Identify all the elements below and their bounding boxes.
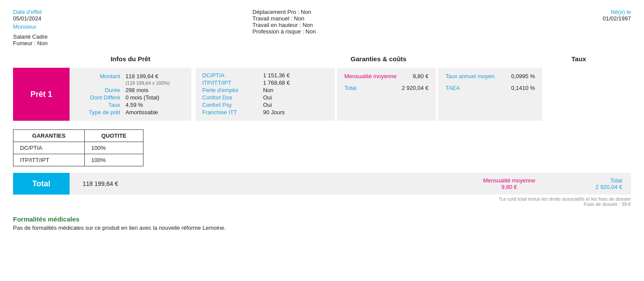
garantie-value: 1 768,68 € xyxy=(263,79,298,86)
footnote-line1: *Le coût total inclus les droits associa… xyxy=(13,196,631,202)
garanties-left: DC/PTIAITP/ITT/IPTPerte d'emploiConfort … xyxy=(202,72,263,116)
gq-quotite-cell: 100% xyxy=(84,154,143,166)
infos-pret-table: Montant 118 199,64 € (118 199,64 x 100%)… xyxy=(78,72,183,116)
nee-le-label: Né(e) le xyxy=(544,9,631,15)
travail-hauteur: Travail en hauteur : Non xyxy=(253,22,374,28)
duree-label: Durée xyxy=(79,87,124,93)
header-section: Date d'effet 05/01/2024 Monsieur Salarié… xyxy=(13,9,631,46)
type-pret-value: Amortissable xyxy=(125,109,182,116)
garantie-value: Oui xyxy=(263,102,298,108)
infos-pret-title: Infos du Prêt xyxy=(70,55,191,63)
garantie-label: DC/PTIA xyxy=(202,72,263,79)
footnote-line2: Frais de dossier : 39 € xyxy=(13,202,631,207)
formalites-text: Pas de formalités médicales sur ce produ… xyxy=(13,225,631,231)
categorie: Salarié Cadre xyxy=(13,33,83,40)
gq-garantie-cell: DC/PTIA xyxy=(13,142,85,154)
date-effet-label: Date d'effet xyxy=(13,9,83,15)
taux-title: Taux xyxy=(527,55,631,63)
duree-value: 298 mois xyxy=(125,87,182,93)
montant-row: Montant 118 199,64 € (118 199,64 x 100%) xyxy=(79,73,182,86)
mensualite-label: Mensualité moyenne xyxy=(344,73,397,84)
pret-label-box: Prêt 1 xyxy=(13,68,70,121)
montant-label: Montant xyxy=(79,73,124,86)
infos-pret-block: Montant 118 199,64 € (118 199,64 x 100%)… xyxy=(70,68,191,121)
taux-annuel-label: Taux annuel moyen xyxy=(445,73,500,84)
taux-table: Taux annuel moyen 0,0995 % TAEA 0,1410 % xyxy=(444,72,536,92)
total-bar: Total 118 199,64 € Mensualité moyenne 9,… xyxy=(13,173,631,195)
total-bar-label: Total xyxy=(13,173,70,195)
garanties-couts-block: DC/PTIAITP/ITT/IPTPerte d'emploiConfort … xyxy=(196,68,335,121)
dont-differe-value: 0 mois (Total) xyxy=(125,94,182,101)
gq-header-row: GARANTIESQUOTITE xyxy=(13,130,143,142)
date-effet-value: 05/01/2024 xyxy=(13,15,83,22)
taux-annuel-value: 0,0995 % xyxy=(501,73,535,84)
header-left: Date d'effet 05/01/2024 Monsieur Salarié… xyxy=(13,9,83,46)
garanties-quotite-table: GARANTIESQUOTITEDC/PTIA100%ITP/ITT/IPT10… xyxy=(13,129,143,166)
travail-manuel: Travail manuel : Non xyxy=(253,15,374,22)
garantie-value: Oui xyxy=(263,94,298,101)
garantie-label: Franchise ITT xyxy=(202,109,263,116)
mensualite-value: 9,80 € xyxy=(397,73,428,84)
total-right-value: 2 920,04 € xyxy=(553,184,622,190)
total-right-label: Total xyxy=(553,177,622,184)
nee-le-value: 01/02/1997 xyxy=(544,15,631,22)
duree-row: Durée 298 mois xyxy=(79,87,182,93)
mensualite-table: Mensualité moyenne 9,80 € Total 2 920,04… xyxy=(344,72,429,92)
taea-value: 0,1410 % xyxy=(501,85,535,91)
deplacement-pro: Déplacement Pro : Non xyxy=(253,9,374,15)
total-mensualite-value: 9,80 € xyxy=(483,184,535,190)
formalites-title: Formalités médicales xyxy=(13,215,631,223)
civilite: Monsieur xyxy=(13,23,83,30)
main-section: Prêt 1 Montant 118 199,64 € (118 199,64 … xyxy=(13,68,631,121)
taux-block: Taux annuel moyen 0,0995 % TAEA 0,1410 % xyxy=(438,68,542,121)
taux-value: 4.59 % xyxy=(125,102,182,108)
garanties-quotite-section: GARANTIESQUOTITEDC/PTIA100%ITP/ITT/IPT10… xyxy=(13,129,631,166)
taux-label: Taux xyxy=(79,102,124,108)
gq-data-row: DC/PTIA100% xyxy=(13,142,143,154)
total-bar-amount: 118 199,64 € xyxy=(70,180,474,187)
dont-differe-label: Dont Différé xyxy=(79,94,124,101)
profession-risque: Profession à risque : Non xyxy=(253,28,374,35)
total-mensualite-label: Mensualité moyenne xyxy=(483,177,535,184)
garantie-label: Confort Psy xyxy=(202,102,263,108)
garantie-value: 90 Jours xyxy=(263,109,298,116)
gq-col2-header: QUOTITE xyxy=(84,130,143,142)
garantie-value: 1 151,36 € xyxy=(263,72,298,79)
taea-row: TAEA 0,1410 % xyxy=(445,85,535,91)
total-label: Total xyxy=(344,85,397,91)
total-right: Total 2 920,04 € xyxy=(544,177,631,190)
gq-data-row: ITP/ITT/IPT100% xyxy=(13,154,143,166)
taea-label: TAEA xyxy=(445,85,500,91)
gq-garantie-cell: ITP/ITT/IPT xyxy=(13,154,85,166)
header-right: Né(e) le 01/02/1997 xyxy=(544,9,631,46)
taux-row: Taux 4.59 % xyxy=(79,102,182,108)
pret-label: Prêt 1 xyxy=(30,90,52,99)
garanties-title: Garanties & coûts xyxy=(196,55,522,63)
formalites-section: Formalités médicales Pas de formalités m… xyxy=(13,215,631,231)
taux-annuel-row: Taux annuel moyen 0,0995 % xyxy=(445,73,535,84)
type-pret-row: Type de prêt Amortissable xyxy=(79,109,182,116)
total-value: 2 920,04 € xyxy=(397,85,428,91)
mensualite-block: Mensualité moyenne 9,80 € Total 2 920,04… xyxy=(337,68,436,121)
garantie-label: Perte d'emploi xyxy=(202,87,263,93)
garanties-table: DC/PTIAITP/ITT/IPTPerte d'emploiConfort … xyxy=(202,72,328,116)
fumeur: Fumeur : Non xyxy=(13,40,83,46)
dont-differe-row: Dont Différé 0 mois (Total) xyxy=(79,94,182,101)
mensualite-row: Mensualité moyenne 9,80 € xyxy=(344,73,428,84)
garantie-label: ITP/ITT/IPT xyxy=(202,79,263,86)
total-mensualite: Mensualité moyenne 9,80 € xyxy=(474,177,544,190)
footnote: *Le coût total inclus les droits associa… xyxy=(13,196,631,207)
garantie-label: Confort Dos xyxy=(202,94,263,101)
total-row: Total 2 920,04 € xyxy=(344,85,428,91)
type-pret-label: Type de prêt xyxy=(79,109,124,116)
garanties-right: 1 151,36 €1 768,68 €NonOuiOui90 Jours xyxy=(263,72,298,116)
section-titles: Infos du Prêt Garanties & coûts Taux xyxy=(70,55,631,66)
montant-value: 118 199,64 € (118 199,64 x 100%) xyxy=(125,73,182,86)
header-center: Déplacement Pro : Non Travail manuel : N… xyxy=(253,9,374,46)
gq-col1-header: GARANTIES xyxy=(13,130,85,142)
gq-quotite-cell: 100% xyxy=(84,142,143,154)
garantie-value: Non xyxy=(263,87,298,93)
